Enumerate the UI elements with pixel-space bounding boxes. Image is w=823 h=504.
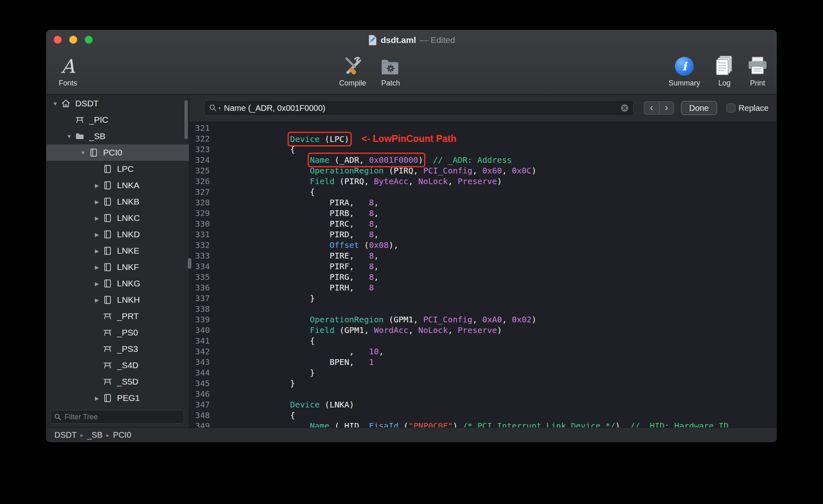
code-line[interactable]: 325 OperationRegion (PIRQ, PCI_Config, 0… bbox=[189, 165, 777, 176]
code-line[interactable]: 329 PIRB, 8, bbox=[189, 208, 777, 218]
code-token: ) bbox=[531, 166, 536, 176]
sidebar-item-dsdt[interactable]: ▼DSDT bbox=[46, 95, 189, 112]
code-line[interactable]: 345 } bbox=[189, 378, 777, 389]
sidebar-item-lnkd[interactable]: ▶LNKD bbox=[46, 226, 189, 243]
compile-button[interactable]: Compile bbox=[332, 51, 373, 88]
code-line[interactable]: 346 bbox=[189, 389, 777, 399]
sidebar-item-peg1[interactable]: ▶PEG1 bbox=[46, 390, 189, 404]
sidebar-item-ps3[interactable]: _PS3 bbox=[46, 341, 189, 357]
disclosure-right-icon[interactable]: ▶ bbox=[91, 395, 103, 401]
sidebar-item-lpc[interactable]: LPC bbox=[46, 161, 189, 177]
find-previous-button[interactable]: ‹ bbox=[644, 101, 659, 115]
line-number: 322 bbox=[189, 133, 214, 144]
sidebar-item-sb[interactable]: ▼_SB bbox=[46, 128, 189, 144]
summary-button[interactable]: i Summary bbox=[664, 51, 705, 88]
fonts-button[interactable]: A Fonts bbox=[47, 51, 88, 88]
find-field[interactable]: ▾ bbox=[204, 100, 634, 116]
find-next-button[interactable]: › bbox=[659, 101, 674, 115]
code-token: , bbox=[472, 166, 482, 176]
code-line[interactable]: 328 PIRA, 8, bbox=[189, 197, 777, 208]
disclosure-right-icon[interactable]: ▶ bbox=[91, 232, 103, 238]
breadcrumb-item[interactable]: PCI0 bbox=[113, 430, 131, 440]
disclosure-right-icon[interactable]: ▶ bbox=[91, 248, 103, 254]
disclosure-right-icon[interactable]: ▶ bbox=[91, 281, 103, 287]
sidebar-item-ps0[interactable]: _PS0 bbox=[46, 324, 189, 341]
splitter-handle[interactable] bbox=[188, 258, 191, 269]
tree-item-label: LNKD bbox=[117, 230, 140, 239]
code-line[interactable]: 337 } bbox=[189, 293, 777, 304]
code-token: , bbox=[408, 176, 418, 186]
sidebar-item-pic[interactable]: _PIC bbox=[46, 112, 189, 128]
code-line[interactable]: 344 } bbox=[189, 367, 777, 378]
code-line[interactable]: 324 Name (_ADR, 0x001F0000) // _ADR: Add… bbox=[189, 155, 777, 165]
code-line[interactable]: 348 { bbox=[189, 410, 777, 421]
code-token: PIRA, bbox=[251, 198, 369, 207]
disclosure-right-icon[interactable]: ▶ bbox=[91, 199, 103, 205]
code-line[interactable]: 341 { bbox=[189, 335, 777, 346]
code-line-text: Device (LNKA) bbox=[251, 399, 354, 410]
code-token: PIRB, bbox=[251, 208, 369, 218]
sidebar-item-lnkg[interactable]: ▶LNKG bbox=[46, 275, 189, 292]
tree-item-label: PEG1 bbox=[117, 393, 140, 403]
replace-checkbox[interactable] bbox=[726, 104, 735, 112]
code-line[interactable]: 331 PIRD, 8, bbox=[189, 229, 777, 240]
search-menu-icon[interactable] bbox=[209, 104, 218, 112]
code-line[interactable]: 334 PIRF, 8, bbox=[189, 261, 777, 272]
find-input[interactable] bbox=[224, 104, 617, 113]
code-token: 10 bbox=[369, 346, 379, 356]
code-line-text: PIRF, 8, bbox=[251, 261, 379, 272]
code-line[interactable]: 322 Device (LPC)<- LowPinCount Path bbox=[189, 133, 777, 144]
breadcrumb-item[interactable]: DSDT bbox=[54, 430, 76, 440]
code-line[interactable]: 333 PIRE, 8, bbox=[189, 250, 777, 261]
code-line[interactable]: 330 PIRC, 8, bbox=[189, 218, 777, 229]
disclosure-right-icon[interactable]: ▶ bbox=[91, 215, 103, 221]
disclosure-right-icon[interactable]: ▶ bbox=[91, 182, 103, 189]
sidebar-item-s5d[interactable]: _S5D bbox=[46, 374, 189, 390]
sidebar-item-lnkh[interactable]: ▶LNKH bbox=[46, 292, 189, 308]
disclosure-down-icon[interactable]: ▼ bbox=[77, 150, 89, 156]
code-line[interactable]: 343 BPEN, 1 bbox=[189, 357, 777, 367]
code-line-text: PIRH, 8 bbox=[251, 282, 374, 293]
code-line[interactable]: 349 Name (_HID, EisaId ("PNP0C0F") /* PC… bbox=[189, 421, 777, 428]
sidebar-item-lnkf[interactable]: ▶LNKF bbox=[46, 259, 189, 275]
code-line[interactable]: 347 Device (LNKA) bbox=[189, 399, 777, 410]
disclosure-down-icon[interactable]: ▼ bbox=[63, 133, 75, 140]
breadcrumb-item[interactable]: _SB bbox=[87, 430, 103, 440]
code-editor[interactable]: 321322 Device (LPC)<- LowPinCount Path32… bbox=[189, 122, 777, 428]
code-token: , bbox=[251, 346, 369, 356]
clear-search-icon[interactable] bbox=[620, 104, 629, 112]
disclosure-down-icon[interactable]: ▼ bbox=[49, 101, 61, 107]
disclosure-right-icon[interactable]: ▶ bbox=[91, 297, 103, 303]
disclosure-right-icon[interactable]: ▶ bbox=[91, 264, 103, 270]
sidebar-item-lnka[interactable]: ▶LNKA bbox=[46, 177, 189, 194]
code-line[interactable]: 323 { bbox=[189, 144, 777, 155]
code-line[interactable]: 335 PIRG, 8, bbox=[189, 272, 777, 282]
sidebar-item-pci0[interactable]: ▼PCI0 bbox=[46, 144, 189, 161]
sidebar-item-lnke[interactable]: ▶LNKE bbox=[46, 243, 189, 259]
search-menu-caret-icon[interactable]: ▾ bbox=[218, 106, 221, 111]
code-token: PCI_Config bbox=[423, 166, 472, 176]
code-token: , bbox=[374, 251, 379, 261]
sidebar-item-s4d[interactable]: _S4D bbox=[46, 357, 189, 374]
code-line[interactable]: 326 Field (PIRQ, ByteAcc, NoLock, Preser… bbox=[189, 176, 777, 187]
code-token: 8 bbox=[369, 219, 374, 229]
titlebar[interactable]: dsdt.aml — Edited bbox=[46, 30, 777, 50]
code-token: ), bbox=[389, 240, 398, 250]
sidebar-item-prt[interactable]: _PRT bbox=[46, 308, 189, 324]
print-button[interactable]: Print bbox=[737, 51, 777, 88]
sidebar-item-lnkc[interactable]: ▶LNKC bbox=[46, 210, 189, 226]
code-line[interactable]: 340 Field (GPM1, WordAcc, NoLock, Preser… bbox=[189, 325, 777, 335]
code-line[interactable]: 332 Offset (0x08), bbox=[189, 240, 777, 250]
code-line[interactable]: 327 { bbox=[189, 187, 777, 197]
sidebar-item-lnkb[interactable]: ▶LNKB bbox=[46, 194, 189, 210]
code-line-text: { bbox=[251, 410, 295, 421]
done-button[interactable]: Done bbox=[681, 101, 717, 115]
code-line[interactable]: 321 bbox=[189, 123, 777, 133]
code-line[interactable]: 339 OperationRegion (GPM1, PCI_Config, 0… bbox=[189, 314, 777, 325]
code-line[interactable]: 342 , 10, bbox=[189, 346, 777, 357]
sidebar-scrollbar[interactable] bbox=[184, 100, 188, 139]
code-line[interactable]: 336 PIRH, 8 bbox=[189, 282, 777, 293]
patch-button[interactable]: Patch bbox=[370, 51, 411, 88]
filter-tree-input[interactable] bbox=[50, 410, 184, 424]
code-line[interactable]: 338 bbox=[189, 304, 777, 314]
